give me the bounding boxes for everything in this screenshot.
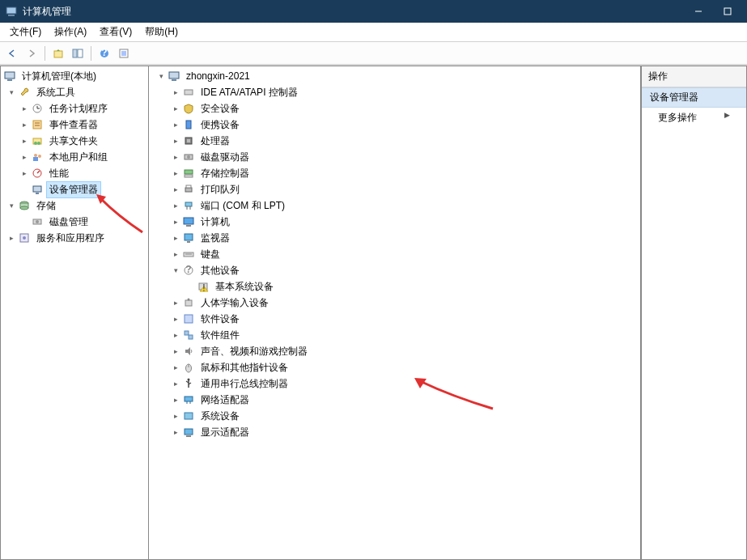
- expand-icon[interactable]: ▸: [170, 248, 181, 260]
- back-button[interactable]: [3, 45, 21, 62]
- device-disk-drives[interactable]: ▸磁盘驱动器: [154, 149, 640, 165]
- expand-icon[interactable]: ▸: [19, 135, 30, 146]
- menu-action[interactable]: 操作(A): [48, 23, 93, 40]
- device-other[interactable]: ▾?其他设备: [154, 262, 640, 278]
- tree-disk-management[interactable]: 磁盘管理: [1, 214, 148, 230]
- device-mice[interactable]: ▸鼠标和其他指针设备: [154, 359, 640, 375]
- svg-rect-41: [186, 121, 191, 129]
- device-system[interactable]: ▸系统设备: [154, 408, 640, 424]
- performance-icon: [31, 167, 44, 180]
- forward-button[interactable]: [23, 45, 40, 62]
- tree-label: 显示适配器: [197, 424, 253, 441]
- device-storage-ctrl[interactable]: ▸存储控制器: [154, 165, 640, 181]
- device-software[interactable]: ▸软件设备: [154, 311, 640, 327]
- device-hid[interactable]: ▸人体学输入设备: [154, 295, 640, 311]
- device-portable[interactable]: ▸便携设备: [154, 117, 640, 133]
- expand-icon[interactable]: ▸: [170, 184, 181, 195]
- expand-icon[interactable]: ▸: [170, 151, 181, 163]
- expand-icon[interactable]: ▸: [170, 410, 181, 422]
- help-button[interactable]: ?: [95, 45, 113, 62]
- properties-button[interactable]: [115, 45, 133, 62]
- expand-icon[interactable]: ▸: [19, 119, 30, 130]
- device-sound[interactable]: ▸声音、视频和游戏控制器: [154, 343, 640, 359]
- svg-rect-75: [185, 413, 193, 419]
- maximize-button[interactable]: [713, 0, 742, 23]
- minimize-button[interactable]: [684, 0, 713, 23]
- show-hide-tree-button[interactable]: [69, 45, 87, 62]
- tree-task-scheduler[interactable]: ▸ 任务计划程序: [1, 100, 148, 117]
- expand-icon[interactable]: ▸: [170, 216, 181, 227]
- svg-rect-56: [187, 241, 190, 243]
- collapse-icon[interactable]: ▾: [155, 70, 167, 82]
- device-software-comp[interactable]: ▸软件组件: [154, 327, 640, 343]
- svg-rect-14: [7, 79, 12, 81]
- expand-icon[interactable]: ▸: [170, 378, 181, 389]
- device-ide-atapi[interactable]: ▸IDE ATA/ATAPI 控制器: [154, 84, 640, 100]
- device-base-system[interactable]: !基本系统设备: [154, 278, 640, 295]
- expand-icon[interactable]: ▸: [170, 329, 181, 341]
- tree-services-apps[interactable]: ▸ 服务和应用程序: [1, 230, 148, 246]
- device-ports[interactable]: ▸端口 (COM 和 LPT): [154, 197, 640, 214]
- collapse-icon[interactable]: ▾: [6, 200, 17, 211]
- device-print-queues[interactable]: ▸打印队列: [154, 181, 640, 197]
- cpu-icon: [182, 134, 195, 147]
- expand-icon[interactable]: ▸: [170, 103, 181, 114]
- content-area: 计算机管理(本地) ▾ 系统工具 ▸ 任务计划程序 ▸ 事件查看器 ▸ 共享文件…: [0, 65, 747, 560]
- display-adapter-icon: [182, 426, 195, 439]
- expand-icon[interactable]: ▸: [19, 168, 30, 179]
- tree-label: 软件设备: [197, 311, 243, 328]
- device-usb[interactable]: ▸通用串行总线控制器: [154, 375, 640, 392]
- expand-icon[interactable]: ▸: [170, 200, 181, 211]
- expand-icon[interactable]: ▸: [170, 394, 181, 405]
- expand-icon[interactable]: ▸: [170, 346, 181, 357]
- expand-icon[interactable]: ▸: [170, 232, 181, 244]
- svg-rect-48: [185, 188, 192, 192]
- svg-rect-29: [33, 186, 41, 192]
- expand-icon[interactable]: ▸: [170, 362, 181, 373]
- expand-icon[interactable]: ▸: [19, 103, 30, 114]
- svg-rect-65: [185, 315, 193, 323]
- expand-icon[interactable]: ▸: [19, 151, 30, 163]
- tree-performance[interactable]: ▸ 性能: [1, 165, 148, 181]
- mouse-icon: [182, 361, 195, 374]
- expand-icon[interactable]: ▸: [170, 135, 181, 146]
- device-security[interactable]: ▸安全设备: [154, 100, 640, 117]
- collapse-icon[interactable]: ▾: [6, 87, 17, 98]
- menu-view[interactable]: 查看(V): [93, 23, 138, 40]
- device-monitors[interactable]: ▸监视器: [154, 230, 640, 246]
- tree-event-viewer[interactable]: ▸ 事件查看器: [1, 117, 148, 133]
- expand-icon[interactable]: ▸: [170, 119, 181, 130]
- tree-device-manager[interactable]: 设备管理器: [1, 181, 148, 197]
- expand-icon[interactable]: ▸: [170, 297, 181, 308]
- expand-icon[interactable]: ▸: [170, 313, 181, 325]
- device-network[interactable]: ▸网络适配器: [154, 392, 640, 408]
- svg-rect-50: [185, 202, 192, 206]
- device-processors[interactable]: ▸处理器: [154, 133, 640, 149]
- tree-storage[interactable]: ▾ 存储: [1, 197, 148, 214]
- device-keyboards[interactable]: ▸键盘: [154, 246, 640, 262]
- tree-label: 基本系统设备: [212, 278, 277, 295]
- app-icon: [5, 5, 18, 18]
- svg-rect-54: [186, 225, 191, 227]
- tree-label: 任务计划程序: [46, 100, 111, 117]
- tree-root[interactable]: 计算机管理(本地): [1, 68, 148, 84]
- tree-label: 软件组件: [197, 327, 243, 344]
- actions-more[interactable]: 更多操作 ▶: [642, 108, 746, 128]
- menu-file[interactable]: 文件(F): [3, 23, 48, 40]
- expand-icon[interactable]: ▸: [6, 232, 17, 244]
- tree-label: 键盘: [197, 246, 223, 263]
- device-root[interactable]: ▾ zhongxin-2021: [154, 68, 640, 84]
- tree-local-users[interactable]: ▸ 本地用户和组: [1, 149, 148, 165]
- up-button[interactable]: [49, 45, 67, 62]
- menu-help[interactable]: 帮助(H): [138, 23, 185, 40]
- tree-system-tools[interactable]: ▾ 系统工具: [1, 84, 148, 100]
- device-display[interactable]: ▸显示适配器: [154, 424, 640, 440]
- expand-icon[interactable]: ▸: [170, 426, 181, 438]
- chevron-right-icon: ▶: [724, 111, 730, 119]
- expand-icon[interactable]: ▸: [170, 168, 181, 179]
- expand-icon[interactable]: ▸: [170, 87, 181, 98]
- device-computer[interactable]: ▸计算机: [154, 214, 640, 230]
- tree-label: IDE ATA/ATAPI 控制器: [197, 84, 301, 101]
- collapse-icon[interactable]: ▾: [170, 265, 181, 276]
- tree-shared-folders[interactable]: ▸ 共享文件夹: [1, 133, 148, 149]
